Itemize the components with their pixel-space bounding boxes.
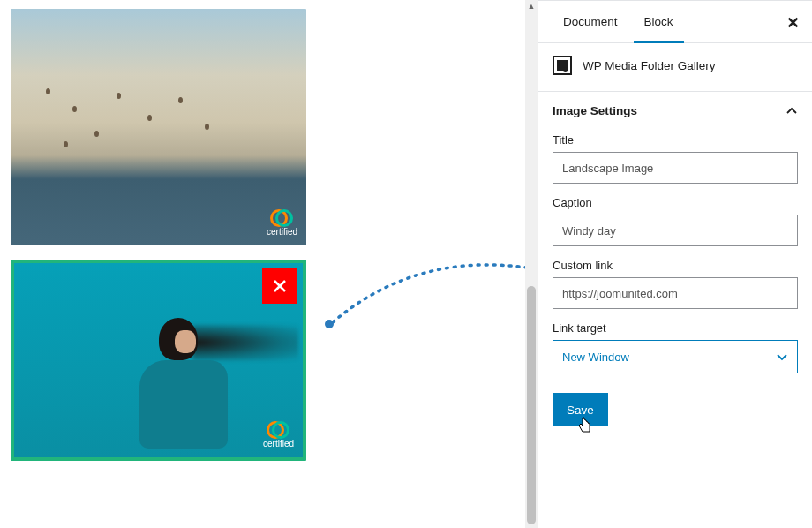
- close-sidebar-button[interactable]: ✕: [786, 13, 800, 33]
- remove-image-button[interactable]: [262, 268, 297, 304]
- title-label: Title: [553, 133, 798, 147]
- title-input[interactable]: [553, 152, 798, 184]
- save-button[interactable]: Save: [553, 393, 608, 426]
- custom-link-label: Custom link: [553, 259, 798, 272]
- watermark-logo: certified: [263, 421, 294, 449]
- caption-label: Caption: [553, 196, 798, 209]
- block-type-row: WP Media Folder Gallery: [538, 43, 812, 92]
- gallery-image-1[interactable]: certified: [11, 9, 306, 245]
- image-subject: [124, 318, 238, 450]
- image-settings-fields: Title Caption Custom link Link target Ne…: [538, 124, 812, 441]
- watermark-logo: certified: [267, 209, 297, 237]
- editor-scrollbar-thumb[interactable]: [527, 286, 536, 524]
- link-target-selected-value: New Window: [562, 351, 629, 364]
- image-settings-section-toggle[interactable]: Image Settings: [538, 92, 812, 124]
- settings-sidebar: Document Block ✕ WP Media Folder Gallery…: [538, 0, 812, 528]
- scroll-up-arrow[interactable]: ▲: [527, 2, 536, 11]
- sidebar-tabs: Document Block ✕: [538, 1, 812, 43]
- custom-link-input[interactable]: [553, 277, 798, 309]
- editor-canvas: certified certified: [0, 0, 525, 528]
- block-type-name: WP Media Folder Gallery: [583, 59, 716, 72]
- close-icon: [273, 279, 287, 293]
- tab-document[interactable]: Document: [553, 1, 628, 43]
- link-target-label: Link target: [553, 321, 798, 335]
- chevron-up-icon: [786, 105, 798, 117]
- link-target-select[interactable]: New Window: [553, 340, 798, 373]
- gallery-block-icon: [553, 56, 572, 75]
- caption-input[interactable]: [553, 215, 798, 246]
- section-title: Image Settings: [553, 104, 637, 117]
- tab-block[interactable]: Block: [634, 1, 684, 43]
- gallery-image-2-selected[interactable]: certified: [11, 260, 306, 461]
- chevron-down-icon: [776, 351, 788, 363]
- cursor-pointer-icon: [578, 417, 592, 435]
- save-button-label: Save: [567, 404, 594, 417]
